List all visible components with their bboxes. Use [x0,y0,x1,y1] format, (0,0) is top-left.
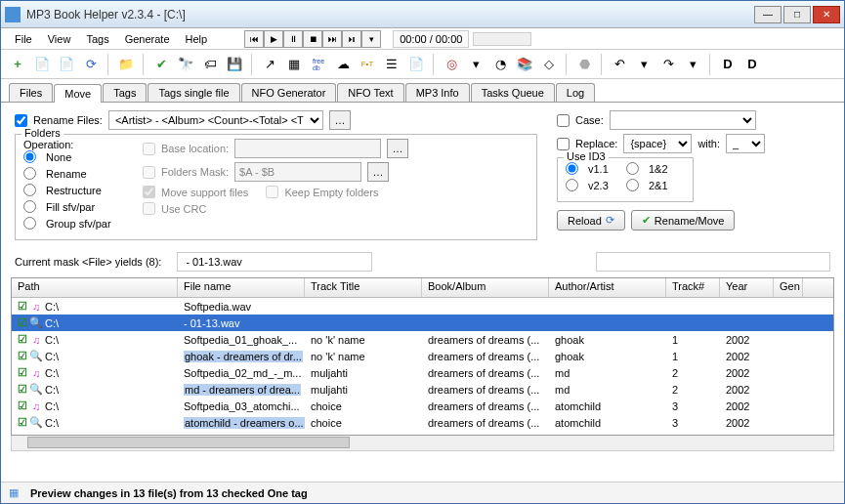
menu-generate[interactable]: Generate [117,31,178,47]
tag-icon[interactable]: 🏷 [199,54,221,75]
baseloc-browse[interactable]: … [387,139,408,158]
operation-label: Operation: [23,139,131,150]
player-next-button[interactable]: ⏭ [322,30,342,48]
fmask-checkbox [143,166,155,179]
status-icon: ▦ [9,486,19,499]
mask-row: Current mask <File> yields (8): - 01-13.… [1,248,844,277]
add-button[interactable]: + [7,54,28,75]
redo-icon[interactable]: ↷ [657,54,679,75]
tab-nfo-text[interactable]: NFO Text [337,83,403,102]
pie-icon[interactable]: ◔ [489,54,511,75]
col-track[interactable]: Track# [666,278,720,297]
tab-log[interactable]: Log [556,83,595,102]
player-end-button[interactable]: ⏯ [342,30,361,48]
replace-checkbox[interactable] [557,138,570,150]
op-none-radio[interactable] [23,150,36,163]
op-group-radio[interactable] [23,217,36,230]
col-author[interactable]: Author/Artist [549,278,666,297]
mag-icon: 🔍 [30,317,42,329]
menu-view[interactable]: View [40,31,79,47]
rename-files-checkbox[interactable] [15,114,27,127]
close-button[interactable]: ✕ [813,6,840,23]
id3-12-radio[interactable] [626,162,639,175]
fmask-browse[interactable]: … [367,162,389,182]
col-genre[interactable]: Gen [774,278,803,297]
player-dropdown[interactable]: ▾ [361,30,381,48]
tab-tasks-queue[interactable]: Tasks Queue [471,83,555,102]
redo-dropdown[interactable]: ▾ [682,54,703,75]
col-title[interactable]: Track Title [305,278,422,297]
table-row[interactable]: ☑♫C:\Softpedia_01_ghoak_...no 'k' namedr… [12,331,833,348]
d2-icon[interactable]: D [741,54,763,75]
db-icon[interactable]: ▦ [283,54,305,75]
reload-button[interactable]: Reload⟳ [557,210,625,231]
tab-tags[interactable]: Tags [103,83,147,102]
target-dropdown[interactable]: ▾ [465,54,486,75]
d1-icon[interactable]: D [717,54,739,75]
tab-mp3-info[interactable]: MP3 Info [405,83,470,102]
rename-mask-browse[interactable]: … [329,110,351,130]
with-select[interactable]: _ [726,134,765,153]
titlebar[interactable]: MP3 Book Helper v2.3.4 - [C:\] — □ ✕ [1,1,844,28]
rename-move-button[interactable]: ✔Rename/Move [631,210,736,231]
op-fill-radio[interactable] [23,200,36,213]
tab-nfo-gen[interactable]: NFO Generator [241,83,337,102]
save-icon[interactable]: 💾 [224,54,245,75]
freedb-icon[interactable]: freedb [308,54,329,75]
binoculars-icon[interactable]: 🔭 [175,54,196,75]
table-row[interactable]: ☑♫C:\Softpedia.wav [12,298,833,315]
undo-dropdown[interactable]: ▾ [633,54,655,75]
time-slider[interactable] [473,32,531,46]
col-filename[interactable]: File name [178,278,305,297]
mag-icon: 🔍 [30,417,42,429]
player-play-button[interactable]: ▶ [264,30,283,48]
export-icon[interactable]: ↗ [259,54,280,75]
table-row[interactable]: ☑♫C:\Softpedia_02_md_-_m...muljahtidream… [12,364,833,381]
player-stop-button[interactable]: ⏹ [303,30,322,48]
case-checkbox[interactable] [557,114,570,127]
player-prev-button[interactable]: ⏮ [244,30,264,48]
menu-file[interactable]: File [7,31,40,47]
maximize-button[interactable]: □ [783,6,811,23]
menu-help[interactable]: Help [178,31,216,47]
grid-body[interactable]: ☑♫C:\Softpedia.wav☑🔍C:\- 01-13.wav☑♫C:\S… [12,298,833,435]
note-icon: ♫ [30,334,42,346]
replace-select[interactable]: {space} [623,134,692,153]
check-icon[interactable]: ✔ [150,54,172,75]
target-icon[interactable]: ◎ [441,54,462,75]
table-row[interactable]: ☑🔍C:\ghoak - dreamers of dr...no 'k' nam… [12,348,833,364]
stop-icon[interactable]: ⬣ [573,54,595,75]
id3-21-radio[interactable] [626,179,639,191]
op-rename-radio[interactable] [23,167,36,180]
col-book[interactable]: Book/Album [422,278,549,297]
table-row[interactable]: ☑♫C:\Softpedia_03_atomchi...choicedreame… [12,398,833,414]
stack-icon[interactable]: 📚 [514,54,535,75]
file-open-icon[interactable]: 📄 [31,54,53,75]
player-pause-button[interactable]: ⏸ [283,30,303,48]
tab-tags-single[interactable]: Tags single file [148,83,239,102]
col-year[interactable]: Year [720,278,774,297]
table-row[interactable]: ☑🔍C:\- 01-13.wav [12,315,833,331]
table-row[interactable]: ☑🔍C:\md - dreamers of drea...muljahtidre… [12,381,833,398]
rename-mask-select[interactable]: <Artist> - <Album> <Count>-<Total> <T [108,110,323,130]
doc-icon[interactable]: 📄 [405,54,427,75]
refresh-icon[interactable]: ⟳ [80,54,102,75]
horizontal-scrollbar[interactable] [11,436,834,451]
cloud-icon[interactable]: ☁ [332,54,354,75]
menu-tags[interactable]: Tags [78,31,116,47]
tab-move[interactable]: Move [54,84,102,103]
tab-files[interactable]: Files [9,83,53,102]
undo-icon[interactable]: ↶ [609,54,630,75]
ft-icon[interactable]: F•T [357,54,378,75]
id3-v11-radio[interactable] [566,162,578,175]
eraser-icon[interactable]: ◇ [538,54,560,75]
id3-v23-radio[interactable] [566,179,578,191]
col-path[interactable]: Path [12,278,178,297]
list-icon[interactable]: ☰ [381,54,402,75]
minimize-button[interactable]: — [754,6,782,23]
table-row[interactable]: ☑🔍C:\atomchild - dreamers o...choicedrea… [12,414,833,431]
case-select[interactable] [610,110,756,130]
op-restructure-radio[interactable] [23,184,36,196]
folder-icon[interactable]: 📁 [115,54,137,75]
new-file-icon[interactable]: 📄 [56,54,77,75]
